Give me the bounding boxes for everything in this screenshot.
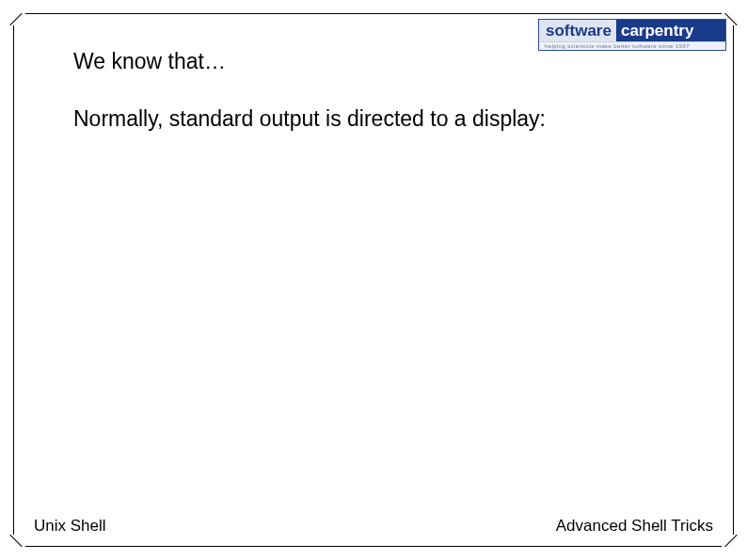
footer-right: Advanced Shell Tricks (556, 517, 713, 536)
logo-title-row: software carpentry (539, 20, 725, 41)
slide-body-text: Normally, standard output is directed to… (73, 106, 546, 132)
logo-word-software: software (539, 20, 616, 41)
logo-tagline: helping scientists make better software … (539, 41, 725, 50)
slide-frame (13, 13, 734, 547)
logo-word-carpentry: carpentry (616, 20, 725, 41)
corner-mask (12, 535, 25, 548)
software-carpentry-logo: software carpentry helping scientists ma… (538, 19, 726, 51)
slide-heading: We know that… (73, 49, 226, 74)
footer-left: Unix Shell (34, 517, 106, 536)
